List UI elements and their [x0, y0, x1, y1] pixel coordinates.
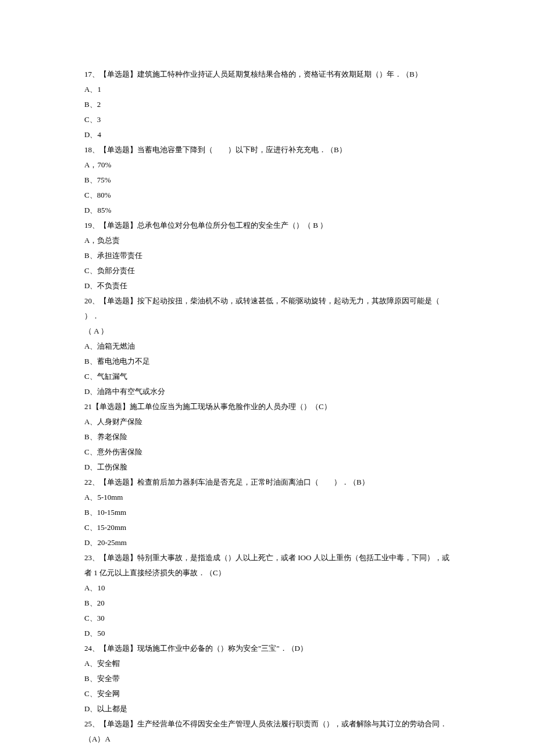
text-line: 20、【单选题】按下起动按扭，柴油机不动，或转速甚低，不能驱动旋转，起动无力，其…	[84, 293, 451, 324]
text-line: 18、【单选题】当蓄电池容量下降到（ ）以下时，应进行补充充电．（B）	[84, 142, 451, 157]
text-line: B、安全带	[84, 671, 451, 686]
text-line: D、50	[84, 626, 451, 641]
text-line: A、油箱无燃油	[84, 339, 451, 354]
text-line: C、意外伤害保险	[84, 445, 451, 460]
text-line: A、安全帽	[84, 656, 451, 671]
text-line: A、1	[84, 82, 451, 97]
text-line: 24、【单选题】现场施工作业中必备的（）称为安全"三宝"．（D）	[84, 641, 451, 656]
text-line: A，负总责	[84, 233, 451, 248]
text-line: D、以上都是	[84, 701, 451, 716]
text-line: A、人身财产保险	[84, 414, 451, 429]
document-body: 17、【单选题】建筑施工特种作业持证人员延期复核结果合格的，资格证书有效期延期（…	[84, 67, 451, 747]
text-line: B、蓄电池电力不足	[84, 354, 451, 369]
text-line: A、10	[84, 581, 451, 596]
text-line: D、不负责任	[84, 278, 451, 293]
text-line: 22、【单选题】检查前后加力器刹车油是否充足，正常时油面离油口（ ）．（B）	[84, 475, 451, 490]
text-line: 23、【单选题】特别重大事故，是指造成（）人以上死亡，或者 IOO 人以上重伤（…	[84, 550, 451, 581]
text-line: D、油路中有空气或水分	[84, 384, 451, 399]
text-line: C、80%	[84, 188, 451, 203]
text-line: 21【单选题】施工单位应当为施工现场从事危脸作业的人员办理（）（C）	[84, 399, 451, 414]
text-line: 17、【单选题】建筑施工特种作业持证人员延期复核结果合格的，资格证书有效期延期（…	[84, 67, 451, 82]
text-line: C、安全网	[84, 686, 451, 701]
text-line: D、4	[84, 127, 451, 142]
text-line: 25、【单选题】生产经营单位不得因安全生产管理人员依法履行职责而（），或者解除与…	[84, 716, 451, 747]
text-line: B、10-15mm	[84, 505, 451, 520]
text-line: （ A ）	[84, 324, 451, 339]
text-line: B、75%	[84, 173, 451, 188]
text-line: C、负部分责任	[84, 263, 451, 278]
text-line: B、20	[84, 596, 451, 611]
text-line: D、20-25mm	[84, 535, 451, 550]
text-line: A、5-10mm	[84, 490, 451, 505]
text-line: 19、【单选题】总承包单位对分包单位所分包工程的安全生产（）（ B ）	[84, 218, 451, 233]
text-line: D、工伤保脸	[84, 460, 451, 475]
text-line: C、3	[84, 112, 451, 127]
text-line: C、30	[84, 611, 451, 626]
text-line: B、养老保险	[84, 429, 451, 445]
text-line: C、15-20mm	[84, 520, 451, 535]
text-line: A，70%	[84, 157, 451, 173]
text-line: B、2	[84, 97, 451, 112]
text-line: B、承担连带责任	[84, 248, 451, 263]
text-line: D、85%	[84, 203, 451, 218]
text-line: C、气缸漏气	[84, 369, 451, 384]
